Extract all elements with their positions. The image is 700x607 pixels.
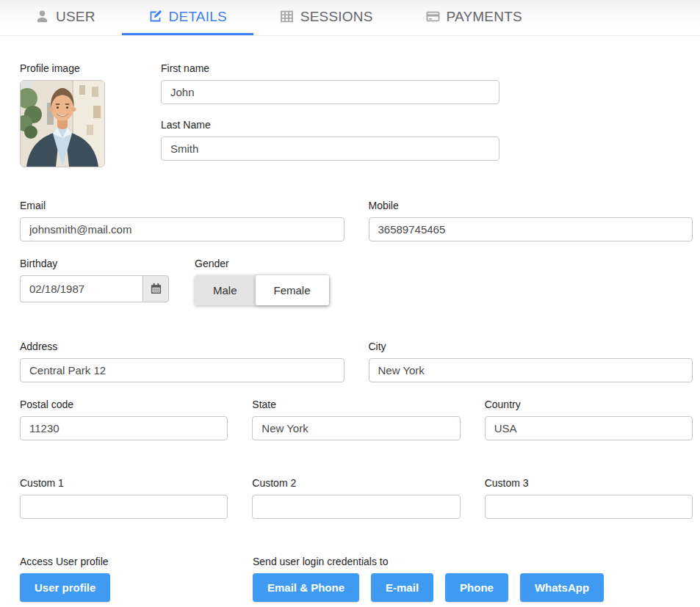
profile-image-label: Profile image [20, 62, 161, 74]
postal-code-label: Postal code [20, 399, 228, 410]
country-label: Country [485, 399, 693, 410]
custom1-label: Custom 1 [20, 477, 228, 489]
custom2-input[interactable] [252, 495, 460, 519]
first-name-input[interactable] [161, 80, 499, 104]
tab-payments-label: PAYMENTS [447, 9, 522, 25]
user-icon [35, 10, 49, 23]
details-form: Profile image [0, 36, 700, 607]
mobile-input[interactable] [369, 217, 693, 241]
first-name-label: First name [161, 62, 499, 74]
gender-option-male[interactable]: Male [195, 275, 256, 305]
card-icon [426, 10, 440, 23]
custom3-input[interactable] [485, 495, 693, 519]
send-whatsapp-button[interactable]: WhatsApp [520, 573, 604, 602]
address-input[interactable] [20, 358, 344, 382]
tab-sessions[interactable]: SESSIONS [253, 0, 400, 35]
state-label: State [252, 399, 460, 410]
custom3-label: Custom 3 [485, 477, 693, 489]
send-email-button[interactable]: E-mail [371, 573, 433, 602]
send-credentials-label: Send user login credentials to [253, 556, 604, 567]
tab-bar: USER DETAILS SESSIONS PAYMENTS [0, 0, 700, 36]
send-email-phone-button[interactable]: Email & Phone [253, 573, 359, 602]
table-icon [280, 10, 294, 23]
user-details-page: USER DETAILS SESSIONS PAYMENTS Profile i… [0, 0, 700, 607]
mobile-label: Mobile [369, 200, 693, 211]
tab-user-label: USER [56, 9, 95, 25]
access-user-profile-label: Access User profile [20, 556, 253, 567]
tab-sessions-label: SESSIONS [300, 9, 373, 25]
gender-option-female[interactable]: Female [256, 275, 329, 305]
edit-icon [148, 10, 162, 23]
country-input[interactable] [485, 416, 693, 440]
calendar-button[interactable] [142, 275, 169, 302]
tab-details[interactable]: DETAILS [122, 0, 253, 35]
birthday-input[interactable] [20, 275, 142, 302]
address-label: Address [20, 341, 344, 352]
email-input[interactable] [20, 217, 344, 241]
postal-code-input[interactable] [20, 416, 228, 440]
city-label: City [369, 341, 693, 352]
calendar-icon [151, 283, 162, 294]
birthday-label: Birthday [20, 258, 169, 269]
user-profile-button[interactable]: User profile [20, 573, 110, 602]
tab-payments[interactable]: PAYMENTS [400, 0, 549, 35]
profile-photo[interactable] [20, 80, 105, 167]
gender-toggle: Male Female [195, 275, 329, 305]
city-input[interactable] [369, 358, 693, 382]
send-phone-button[interactable]: Phone [445, 573, 508, 602]
custom2-label: Custom 2 [252, 477, 460, 489]
custom1-input[interactable] [20, 495, 228, 519]
tab-details-label: DETAILS [169, 9, 227, 25]
gender-label: Gender [195, 258, 329, 269]
tab-user[interactable]: USER [9, 0, 122, 35]
email-label: Email [20, 200, 344, 211]
last-name-label: Last Name [161, 119, 499, 131]
state-input[interactable] [252, 416, 460, 440]
last-name-input[interactable] [161, 137, 499, 161]
